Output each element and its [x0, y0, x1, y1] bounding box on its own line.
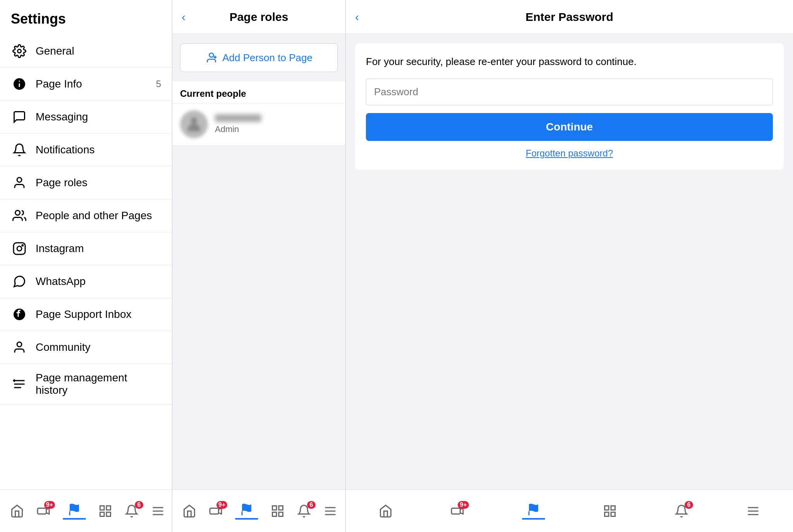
flag-active-bar [235, 518, 258, 520]
enter-password-topbar: ‹ Enter Password [346, 0, 793, 34]
tab-bell-left[interactable]: 6 [118, 501, 145, 521]
tab-menu-middle[interactable] [317, 501, 343, 521]
svg-point-6 [22, 245, 23, 246]
svg-point-8 [17, 342, 22, 347]
svg-rect-16 [106, 506, 111, 510]
svg-rect-17 [100, 512, 105, 517]
add-person-label: Add Person to Page [222, 52, 312, 64]
community-icon [11, 339, 28, 356]
flag-active-bar [63, 518, 86, 520]
tab-menu-right[interactable] [740, 501, 766, 521]
messaging-icon [11, 108, 28, 125]
sidebar-item-instagram[interactable]: Instagram [0, 232, 172, 265]
sidebar-item-page-roles[interactable]: Page roles [0, 166, 172, 199]
sidebar-item-whatsapp[interactable]: WhatsApp [0, 265, 172, 298]
svg-rect-12 [38, 508, 46, 514]
sidebar-item-general[interactable]: General [0, 35, 172, 68]
settings-panel: Settings General Page Info 5 [0, 0, 172, 532]
right-fill [346, 179, 793, 489]
grid-icon [603, 504, 617, 518]
video-badge-middle: 9+ [216, 501, 227, 509]
notifications-label: Notifications [36, 144, 161, 156]
middle-fill [172, 146, 345, 489]
svg-rect-40 [611, 506, 615, 510]
settings-heading: Settings [0, 0, 172, 35]
tab-flag-right[interactable] [516, 499, 551, 523]
tab-flag-middle[interactable] [229, 499, 264, 523]
svg-point-3 [15, 211, 20, 215]
tab-video-right[interactable]: 9+ [444, 501, 470, 521]
whatsapp-icon [11, 273, 28, 290]
bell-badge-middle: 6 [307, 501, 316, 509]
forgotten-password-link[interactable]: Forgotten password? [366, 148, 773, 159]
tab-grid-middle[interactable] [264, 501, 291, 521]
sidebar-item-page-history[interactable]: Page management history [0, 364, 172, 405]
sidebar-item-community[interactable]: Community [0, 331, 172, 364]
page-history-label: Page management history [36, 372, 161, 396]
tab-bell-middle[interactable]: 6 [291, 501, 317, 521]
svg-marker-27 [219, 508, 222, 514]
home-icon [379, 504, 393, 518]
page-info-badge: 5 [156, 79, 161, 89]
svg-rect-18 [106, 512, 111, 517]
menu-icon [746, 504, 760, 518]
flag-icon [527, 503, 541, 517]
tab-menu-left[interactable] [145, 501, 171, 521]
tab-grid-right[interactable] [597, 501, 623, 521]
flag-icon [67, 503, 81, 517]
page-support-label: Page Support Inbox [36, 308, 161, 321]
tab-video-middle[interactable]: 9+ [203, 501, 229, 521]
svg-point-5 [17, 246, 22, 251]
current-people-section: Current people Admin [172, 81, 345, 146]
current-people-header: Current people [172, 81, 345, 103]
instagram-icon [11, 240, 28, 257]
sidebar-item-people-pages[interactable]: People and other Pages [0, 199, 172, 232]
enter-password-back-button[interactable]: ‹ [355, 10, 359, 24]
page-roles-back-button[interactable]: ‹ [182, 10, 185, 24]
info-icon [11, 76, 28, 93]
notifications-icon [11, 141, 28, 158]
svg-rect-4 [14, 243, 25, 254]
svg-rect-41 [605, 512, 609, 517]
bell-badge-right: 6 [685, 501, 693, 509]
svg-point-22 [209, 53, 214, 57]
tab-home-right[interactable] [372, 501, 399, 521]
svg-point-0 [18, 50, 21, 53]
svg-rect-30 [279, 506, 283, 510]
page-roles-title: Page roles [230, 10, 288, 24]
tab-video-left[interactable]: 9+ [30, 501, 57, 521]
svg-point-2 [17, 178, 22, 182]
tab-home-left[interactable] [4, 501, 30, 521]
home-icon [182, 504, 196, 518]
sidebar-item-notifications[interactable]: Notifications [0, 134, 172, 166]
sidebar-item-page-info[interactable]: Page Info 5 [0, 68, 172, 101]
svg-marker-13 [46, 508, 50, 514]
password-input[interactable] [366, 79, 773, 105]
right-bottom-bar: 9+ 6 [346, 489, 793, 532]
add-person-button[interactable]: Add Person to Page [180, 43, 338, 72]
people-icon [11, 207, 28, 224]
tab-grid-left[interactable] [92, 501, 118, 521]
tab-home-middle[interactable] [176, 501, 203, 521]
svg-rect-29 [273, 506, 277, 510]
page-roles-topbar: ‹ Page roles [172, 0, 345, 34]
video-badge-left: 9+ [44, 501, 55, 509]
sidebar-item-messaging[interactable]: Messaging [0, 101, 172, 134]
history-icon [11, 376, 28, 393]
messaging-label: Messaging [36, 111, 161, 123]
person-list-item[interactable]: Admin [172, 103, 345, 146]
tab-flag-left[interactable] [57, 499, 92, 523]
menu-icon [323, 504, 337, 518]
continue-button[interactable]: Continue [366, 113, 773, 141]
page-roles-label: Page roles [36, 177, 161, 189]
svg-rect-36 [451, 508, 460, 514]
svg-rect-39 [605, 506, 609, 510]
sidebar-item-page-support[interactable]: Page Support Inbox [0, 298, 172, 331]
enter-password-panel: ‹ Enter Password For your security, plea… [346, 0, 793, 532]
svg-rect-15 [100, 506, 105, 510]
svg-rect-31 [273, 512, 277, 517]
tab-bell-right[interactable]: 6 [668, 501, 695, 521]
svg-rect-42 [611, 512, 615, 517]
settings-list: General Page Info 5 Messaging [0, 35, 172, 489]
page-info-label: Page Info [36, 78, 153, 90]
